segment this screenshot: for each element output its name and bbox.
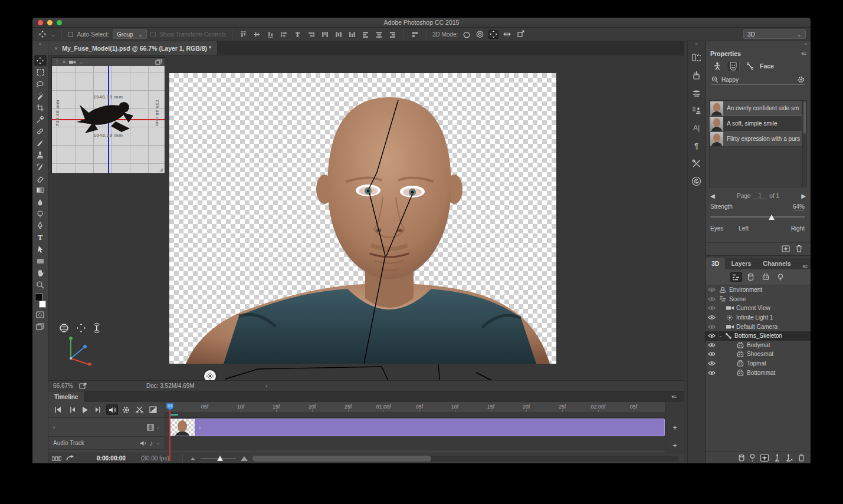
scene-item-current-view[interactable]: Current View [706,304,811,313]
strength-value-field[interactable]: 64% [793,203,805,210]
distribute-bottom-edges-icon[interactable] [347,30,357,39]
distribute-top-edges-icon[interactable] [320,30,330,39]
visibility-eye-icon[interactable] [706,304,719,313]
clone-stamp-tool[interactable] [34,149,47,160]
blur-tool[interactable] [34,196,47,207]
mute-audio-icon[interactable] [106,404,118,415]
render-icon[interactable] [760,454,769,462]
character-panel-icon[interactable]: A| [690,121,703,134]
type-tool[interactable]: T [34,232,47,243]
previous-frame-icon[interactable] [65,404,77,415]
visibility-eye-icon[interactable] [706,368,719,377]
render-properties-icon[interactable] [782,245,790,252]
3d-panel-menu-icon[interactable]: ▾≡ [802,263,811,269]
filter-meshes-icon[interactable] [745,272,757,282]
expand-chevron-icon[interactable]: ⌄ [719,333,724,338]
work-area-start-marker[interactable] [170,414,178,416]
visibility-eye-icon[interactable] [706,359,719,368]
visibility-eye-icon[interactable] [706,331,719,341]
expression-list-scrollbar[interactable] [802,100,807,187]
scene-item-bodymat[interactable]: Bodymat [706,341,811,350]
delete-constraint-icon[interactable] [786,454,793,462]
auto-select-dropdown[interactable]: Group⌄ [113,29,147,39]
expression-item[interactable]: An overly confident side sm [710,101,802,116]
history-panel-icon[interactable] [690,51,703,64]
filter-lights-icon[interactable] [775,272,786,282]
page-number-field[interactable]: 1 [753,192,766,199]
camera-icon[interactable] [68,60,76,65]
tab-3d[interactable]: 3D [706,258,725,269]
quick-mask-icon[interactable] [34,309,47,320]
audio-mute-icon[interactable] [140,440,147,446]
history-brush-tool[interactable] [34,161,47,172]
scene-item-bottommat[interactable]: Bottommat [706,368,811,377]
distribute-horizontal-centers-icon[interactable] [374,30,384,39]
audio-track[interactable] [165,437,665,450]
playhead-marker[interactable] [166,403,174,411]
timeline-panel-menu-icon[interactable]: ▾≡ [671,394,684,400]
dock-expand-icon[interactable]: « [695,41,697,48]
align-left-edges-icon[interactable] [279,30,289,39]
video-track-icon[interactable] [147,424,154,431]
frame-view-toggle-icon[interactable] [52,456,61,461]
video-clip[interactable]: › [169,419,665,436]
3d-scale-icon[interactable] [516,30,526,39]
body-pose-icon[interactable] [710,61,723,71]
add-audio-track-button[interactable]: + [670,440,680,450]
secondary-view-close-icon[interactable]: × [63,59,65,65]
expression-item[interactable]: Flirty expression with a purs [710,131,802,147]
3d-slide-icon[interactable] [502,30,512,39]
zoom-level-field[interactable]: 66.67% [53,383,73,389]
canvas-viewport[interactable] [169,73,556,364]
expression-search[interactable] [711,76,805,85]
pen-tool[interactable] [34,220,47,231]
lasso-tool[interactable] [34,78,47,90]
timeline-zoom-thumb[interactable] [217,456,223,461]
secondary-view-grip-icon[interactable]: ⋮ [54,59,60,65]
orbit-camera-icon[interactable] [59,323,69,333]
visibility-eye-icon[interactable] [706,285,719,295]
align-horizontal-centers-icon[interactable] [293,30,303,39]
quick-selection-tool[interactable] [34,90,47,101]
work-area-bar[interactable] [165,413,665,418]
transition-icon[interactable] [147,404,159,415]
tool-preset-chevron-icon[interactable]: ⌄ [51,31,55,38]
toolbar-collapse-icon[interactable]: » [32,41,48,47]
crop-tool[interactable] [34,102,47,113]
camera-select-chevron-icon[interactable]: ⌄ [79,60,83,65]
shape-tool[interactable] [34,255,47,266]
move-tool[interactable] [34,55,47,66]
zoom-out-small-icon[interactable] [190,456,196,460]
brush-presets-panel-icon[interactable] [690,68,703,81]
timeline-scrollbar[interactable] [252,456,678,462]
tab-channels[interactable]: Channels [757,258,796,269]
share-icon[interactable] [79,383,87,389]
filter-materials-icon[interactable] [760,272,772,282]
creative-cloud-icon[interactable] [690,174,703,187]
secondary-3d-view[interactable]: ⋮ × ⌄ 10 [51,57,165,174]
add-constraint-icon[interactable] [774,454,780,462]
trash-icon[interactable] [798,454,805,462]
add-video-track-button[interactable]: + [670,422,680,433]
distribute-vertical-centers-icon[interactable] [333,30,343,39]
timeline-tab[interactable]: Timeline [48,391,84,402]
track-options-chevron-icon[interactable]: ⌄ [156,424,160,430]
timeline-scrollbar-thumb[interactable] [252,456,431,462]
hand-tool[interactable] [34,267,47,278]
visibility-eye-icon[interactable] [706,341,719,350]
gradient-tool[interactable] [34,185,47,196]
slide-camera-icon[interactable] [93,323,100,333]
filter-whole-scene-icon[interactable] [730,272,742,282]
align-bottom-edges-icon[interactable] [265,30,275,39]
visibility-eye-icon[interactable] [706,295,719,304]
strength-slider[interactable] [710,214,805,220]
go-to-first-frame-icon[interactable] [52,404,64,415]
split-clip-scissors-icon[interactable] [133,404,145,415]
3d-rotate-icon[interactable] [461,30,471,39]
3d-drag-icon[interactable] [488,30,498,39]
auto-align-icon[interactable] [410,30,420,39]
page-next-icon[interactable]: ▶ [801,193,806,199]
face-mask-icon[interactable] [727,61,740,71]
brush-settings-panel-icon[interactable] [690,86,703,99]
dodge-tool[interactable] [34,208,47,219]
